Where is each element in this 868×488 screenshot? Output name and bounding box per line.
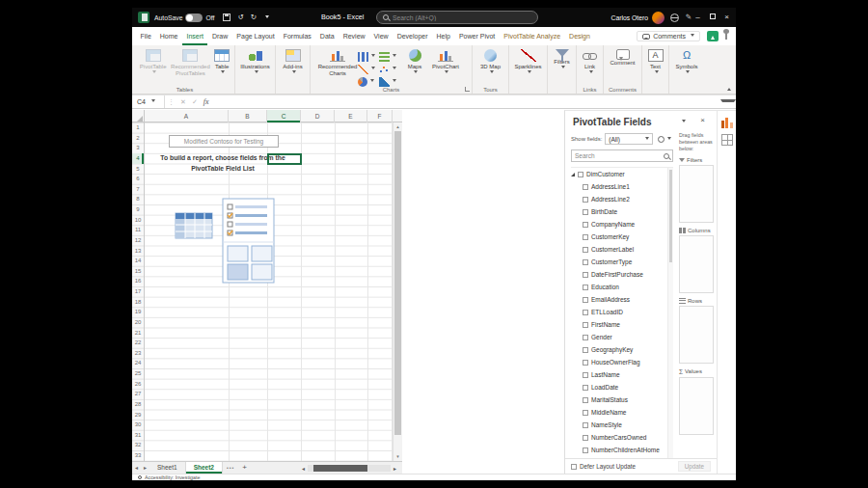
row-header[interactable]: 3 — [132, 143, 144, 153]
selected-cell[interactable] — [267, 153, 302, 165]
checkbox-icon[interactable] — [583, 310, 588, 315]
insert-line-chart-button[interactable] — [356, 63, 377, 75]
ribbon-tab[interactable]: View — [369, 27, 393, 45]
rows-area[interactable] — [679, 306, 714, 364]
scroll-down-icon[interactable]: ▾ — [393, 452, 402, 461]
field-item[interactable]: BirthDate — [571, 205, 673, 218]
insert-hierarchy-chart-button[interactable] — [377, 50, 398, 63]
filters-button[interactable]: Filters — [549, 46, 575, 84]
column-header[interactable]: B — [229, 110, 267, 122]
ribbon-tab[interactable]: Insert — [182, 27, 208, 45]
ribbon-tab[interactable]: Power Pivot — [454, 27, 499, 45]
minimize-button[interactable]: – — [691, 8, 705, 27]
checkbox-icon[interactable] — [583, 410, 588, 416]
field-item[interactable]: NumberCarsOwned — [571, 431, 673, 444]
row-header[interactable]: 22 — [132, 338, 144, 348]
checkbox-icon[interactable] — [583, 285, 588, 290]
comments-button[interactable]: Comments — [637, 31, 700, 41]
ribbon-tab[interactable]: Design — [565, 27, 595, 45]
field-item[interactable]: ETLLoadID — [571, 306, 673, 318]
grid-pane-icon[interactable] — [721, 134, 733, 146]
collapse-icon[interactable] — [571, 173, 575, 176]
select-all-corner[interactable] — [132, 110, 145, 122]
row-header[interactable]: 13 — [132, 246, 144, 257]
checkbox-icon[interactable] — [583, 447, 588, 453]
cancel-button[interactable]: ✕ — [177, 98, 189, 106]
tools-button[interactable] — [656, 133, 673, 145]
field-item[interactable]: LastName — [571, 368, 673, 381]
sheet-tab[interactable]: Sheet1 — [149, 462, 186, 474]
field-item[interactable]: LoadDate — [571, 381, 673, 393]
collapse-ribbon-icon[interactable] — [727, 88, 731, 91]
row-header[interactable]: 16 — [132, 276, 144, 286]
columns-area[interactable] — [679, 235, 714, 293]
checkbox-icon[interactable] — [583, 247, 588, 253]
column-header[interactable]: C — [267, 110, 301, 122]
ribbon-tab[interactable]: Data — [315, 27, 339, 45]
close-button[interactable]: × — [719, 8, 734, 27]
field-item[interactable]: NumberChildrenAtHome — [571, 444, 673, 456]
row-header[interactable]: 25 — [132, 368, 144, 379]
checkbox-icon[interactable] — [583, 259, 588, 265]
3d-map-button[interactable]: 3D Map — [475, 46, 507, 84]
defer-checkbox-icon[interactable] — [571, 464, 577, 470]
name-box[interactable]: C4 — [132, 95, 165, 108]
row-header[interactable]: 27 — [132, 389, 144, 399]
values-area[interactable] — [679, 377, 714, 435]
row-header[interactable]: 32 — [132, 440, 144, 450]
row-header[interactable]: 4 — [132, 153, 144, 164]
maps-button[interactable]: Maps — [401, 46, 428, 84]
pivottable-button[interactable]: PivotTable — [136, 46, 170, 84]
addins-button[interactable]: Add-ins — [277, 46, 309, 84]
accessibility-status[interactable]: Accessibility: Investigate — [145, 474, 200, 480]
insert-scatter-chart-button[interactable] — [377, 63, 398, 75]
illustrations-button[interactable]: Illustrations — [236, 46, 274, 84]
checkbox-icon[interactable] — [583, 297, 588, 303]
row-header[interactable]: 28 — [132, 399, 144, 410]
checkbox-icon[interactable] — [583, 397, 588, 403]
row-header[interactable]: 10 — [132, 215, 144, 226]
horizontal-scrollbar[interactable]: ◄ ► — [299, 464, 399, 473]
formula-input[interactable] — [212, 95, 719, 108]
update-button[interactable]: Update — [678, 461, 711, 472]
field-item[interactable]: AddressLine1 — [571, 180, 673, 193]
row-header[interactable]: 17 — [132, 286, 144, 297]
row-header[interactable]: 9 — [132, 204, 144, 215]
checkbox-icon[interactable] — [583, 184, 588, 190]
column-header[interactable]: E — [335, 110, 367, 122]
field-item[interactable]: MiddleName — [571, 406, 673, 419]
sheet-nav-left-icon[interactable]: ◂ — [132, 462, 141, 474]
sheet-nav-right-icon[interactable]: ▸ — [141, 462, 149, 474]
field-item[interactable]: Gender — [571, 331, 673, 343]
ribbon-tab[interactable]: PivotTable Analyze — [500, 27, 565, 45]
enter-button[interactable]: ✓ — [189, 98, 201, 106]
checkbox-icon[interactable] — [583, 209, 588, 215]
row-header[interactable]: 7 — [132, 184, 144, 195]
row-header[interactable]: 14 — [132, 256, 144, 266]
ribbon-tab[interactable]: Help — [432, 27, 454, 45]
ribbon-tab[interactable]: File — [136, 27, 155, 45]
checkbox-icon[interactable] — [583, 435, 588, 441]
ribbon-tab[interactable]: Page Layout — [232, 27, 279, 45]
share-icon[interactable] — [707, 31, 719, 41]
insert-function-button[interactable]: fx — [201, 97, 212, 106]
new-sheet-button[interactable]: + — [238, 462, 251, 474]
field-item[interactable]: CustomerType — [571, 256, 673, 268]
scroll-up-icon[interactable]: ▴ — [393, 122, 402, 131]
filters-area[interactable] — [679, 165, 714, 223]
row-header[interactable]: 21 — [132, 328, 144, 339]
insert-column-chart-button[interactable] — [356, 50, 377, 63]
account-button[interactable]: Carlos Otero — [610, 8, 665, 27]
field-item[interactable]: CompanyName — [571, 218, 673, 230]
vertical-scrollbar-thumb[interactable] — [394, 131, 401, 435]
checkbox-icon[interactable] — [583, 234, 588, 240]
charts-dialog-launcher-icon[interactable] — [465, 87, 470, 92]
field-list-scrollbar[interactable] — [667, 168, 673, 459]
sheet-tab-overflow[interactable]: ••• — [223, 462, 238, 474]
network-icon[interactable] — [670, 14, 679, 22]
row-header[interactable]: 30 — [132, 420, 144, 430]
fields-pane-icon[interactable] — [721, 117, 733, 128]
expand-formula-bar-icon[interactable] — [720, 99, 736, 104]
checkbox-icon[interactable] — [583, 372, 588, 378]
checkbox-icon[interactable] — [583, 197, 588, 203]
